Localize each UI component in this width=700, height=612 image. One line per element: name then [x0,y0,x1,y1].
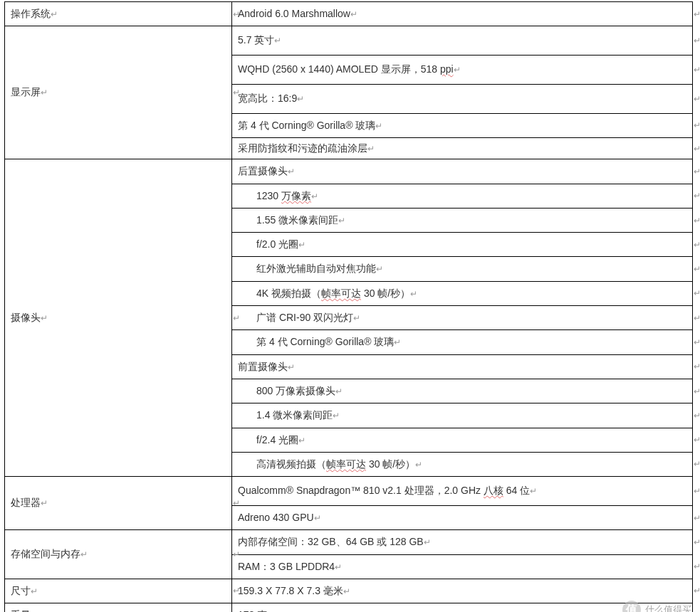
spec-value: Adreno 430 GPU [238,506,314,529]
paragraph-mark: ↵ [530,486,537,496]
cell-end-mark: ↵ [694,331,700,354]
spec-value: 前置摄像头 [238,355,288,378]
spec-value-cell: Adreno 430 GPU↵↵ [232,505,693,529]
spec-value-cell: f/2.4 光圈↵↵ [232,428,693,452]
spec-label: 重量 [11,609,31,612]
cell-end-mark: ↵ [694,139,700,159]
spec-label-cell: 操作系统↵↵ [5,2,232,26]
spec-value-cell: 高清视频拍摄（帧率可达 30 帧/秒）↵↵ [232,452,693,476]
spec-value: 红外激光辅助自动对焦功能 [238,257,376,280]
paragraph-mark: ↵ [338,216,345,226]
spec-value: 178 克 [238,603,267,612]
spellcheck-squiggle: 八核 [484,485,503,496]
spellcheck-squiggle: 万像素 [281,190,311,201]
paragraph-mark: ↵ [311,191,318,201]
cell-end-mark: ↵ [694,428,700,451]
spec-value: 1.55 微米像素间距 [238,209,338,231]
spec-value-cell: 宽高比：16:9↵↵ [232,84,693,113]
paragraph-mark: ↵ [298,240,305,250]
paragraph-mark: ↵ [335,562,342,572]
spec-value: 1230 万像素 [238,184,311,207]
spec-value: 内部存储空间：32 GB、64 GB 或 128 GB [238,530,424,553]
spec-label: 摄像头 [11,312,41,323]
paragraph-mark: ↵ [394,338,401,348]
spec-value-cell: 第 4 代 Corning® Gorilla® 玻璃↵↵ [232,113,693,137]
spec-value-cell: 前置摄像头↵↵ [232,354,693,379]
paragraph-mark: ↵ [335,386,343,396]
spec-value: RAM：3 GB LPDDR4 [238,555,335,578]
paragraph-mark: ↵ [297,94,304,104]
spec-label-cell: 处理器↵↵ [5,477,232,530]
paragraph-mark: ↵ [415,460,422,470]
spec-value-cell: 4K 视频拍摄（帧率可达 30 帧/秒）↵↵ [232,281,693,305]
cell-end-mark: ↵ [694,160,700,183]
paragraph-mark: ↵ [41,88,48,97]
spec-label-cell: 存储空间与内存↵↵ [5,530,232,579]
cell-end-mark: ↵ [694,27,700,55]
paragraph-mark: ↵ [350,9,357,19]
paragraph-mark: ↵ [31,586,38,596]
cell-end-mark: ↵ [694,478,700,505]
paragraph-mark: ↵ [410,289,417,299]
spec-value-cell: 后置摄像头↵↵ [232,159,693,184]
cell-end-mark: ↵ [694,233,700,256]
spec-value: f/2.0 光圈 [238,233,298,255]
spec-value-cell: 内部存储空间：32 GB、64 GB 或 128 GB↵↵ [232,530,693,554]
paragraph-mark: ↵ [454,65,461,75]
spec-value-cell: 红外激光辅助自动对焦功能↵↵ [232,257,693,281]
watermark: 值 什么值得买 [622,601,691,612]
paragraph-mark: ↵ [375,121,382,131]
cell-end-mark: ↵ [694,507,700,529]
cell-end-mark: ↵ [694,85,700,112]
paragraph-mark: ↵ [51,9,58,19]
paragraph-mark: ↵ [274,36,281,46]
spec-value-cell: RAM：3 GB LPDDR4↵↵ [232,554,693,579]
cell-end-mark: ↵ [694,282,700,305]
cell-end-mark: ↵ [694,56,700,83]
cell-end-mark: ↵ [694,184,700,207]
paragraph-mark: ↵ [314,513,321,523]
cell-end-mark: ↵ [694,355,700,378]
spec-value-cell: 第 4 代 Corning® Gorilla® 玻璃↵↵ [232,330,693,354]
spec-value-cell: 采用防指纹和污迹的疏油涂层↵↵ [232,137,693,159]
spec-value: 5.7 英寸 [238,26,274,54]
paragraph-mark: ↵ [376,265,383,275]
paragraph-mark: ↵ [288,167,295,177]
watermark-icon: 值 [622,601,641,612]
paragraph-mark: ↵ [343,586,350,596]
paragraph-mark: ↵ [41,313,48,323]
spec-value-cell: 1230 万像素↵↵ [232,184,693,208]
spec-value: 后置摄像头 [238,159,288,182]
spec-value: 广谱 CRI-90 双闪光灯 [238,306,353,329]
watermark-text: 什么值得买 [645,603,691,612]
table-row: 操作系统↵↵Android 6.0 Marshmallow↵↵ [5,2,693,26]
spec-label-cell: 重量↵↵ [5,603,232,612]
table-row: 摄像头↵↵后置摄像头↵↵ [5,159,693,184]
spec-label: 处理器 [11,497,41,508]
cell-end-mark: ↵ [694,604,700,612]
spec-value: 4K 视频拍摄（帧率可达 30 帧/秒） [238,282,410,305]
spec-value: 800 万像素摄像头 [238,379,335,402]
cell-end-mark: ↵ [694,453,700,475]
cell-end-mark: ↵ [694,380,700,403]
paragraph-mark: ↵ [298,436,305,445]
spec-value: f/2.4 光圈 [238,428,298,451]
paragraph-mark: ↵ [80,550,88,560]
cell-end-mark: ↵ [694,114,700,137]
table-row: 存储空间与内存↵↵内部存储空间：32 GB、64 GB 或 128 GB↵↵ [5,530,693,554]
spellcheck-squiggle: 帧率可达 [326,458,366,470]
spec-label: 显示屏 [11,86,41,97]
spec-label-cell: 显示屏↵↵ [5,26,232,159]
paragraph-mark: ↵ [353,313,360,323]
cell-end-mark: ↵ [694,404,700,427]
spec-value-cell: WQHD (2560 x 1440) AMOLED 显示屏，518 ppi↵↵ [232,56,693,85]
spec-label: 尺寸 [11,585,31,596]
table-row: 处理器↵↵Qualcomm® Snapdragon™ 810 v2.1 处理器，… [5,477,693,506]
spec-value-cell: 1.4 微米像素间距↵↵ [232,403,693,428]
spec-value: 采用防指纹和污迹的疏油涂层 [238,138,367,158]
paragraph-mark: ↵ [41,498,48,508]
spec-label: 存储空间与内存 [11,548,80,559]
cell-end-mark: ↵ [694,555,700,578]
cell-end-mark: ↵ [694,307,700,329]
cell-end-mark: ↵ [694,209,700,232]
